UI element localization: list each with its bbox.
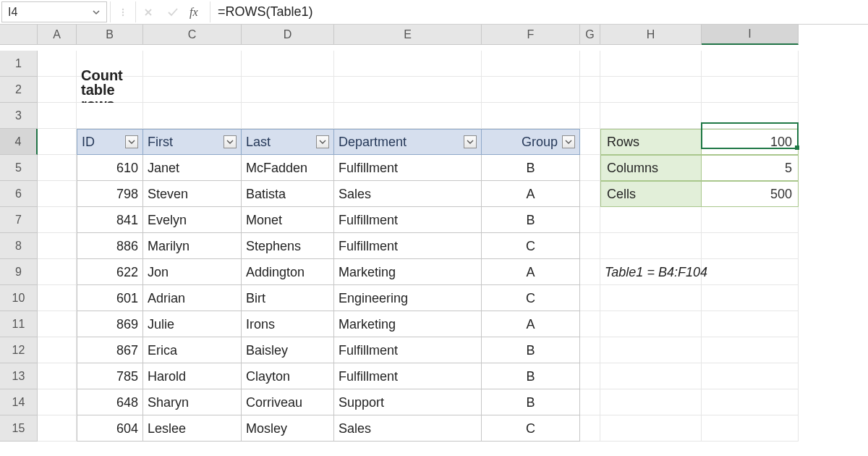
row-header-13[interactable]: 13 bbox=[0, 363, 38, 389]
cell-first[interactable]: Julie bbox=[143, 311, 242, 337]
cell-A9[interactable] bbox=[38, 259, 77, 285]
cell-I14[interactable] bbox=[702, 389, 799, 415]
cell-C1[interactable] bbox=[143, 51, 242, 77]
name-box[interactable]: I4 bbox=[1, 1, 107, 22]
cell-A14[interactable] bbox=[38, 389, 77, 415]
cell-H11[interactable] bbox=[600, 311, 702, 337]
cell-H10[interactable] bbox=[600, 285, 702, 311]
worksheet[interactable]: ABCDEFGHI12Count table rows34IDFirstLast… bbox=[0, 25, 868, 442]
cell-last[interactable]: Monet bbox=[242, 207, 334, 233]
row-header-9[interactable]: 9 bbox=[0, 259, 38, 285]
cell-group[interactable]: B bbox=[482, 207, 580, 233]
cell-A3[interactable] bbox=[38, 103, 77, 129]
cell-department[interactable]: Marketing bbox=[334, 259, 482, 285]
row-header-12[interactable]: 12 bbox=[0, 337, 38, 363]
cell-G10[interactable] bbox=[580, 285, 600, 311]
summary-cells-label[interactable]: Cells bbox=[600, 181, 702, 207]
cell-C2[interactable] bbox=[143, 77, 242, 103]
cell-E1[interactable] bbox=[334, 51, 482, 77]
cell-department[interactable]: Engineering bbox=[334, 285, 482, 311]
cell-G6[interactable] bbox=[580, 181, 600, 207]
cell-group[interactable]: C bbox=[482, 233, 580, 259]
cell-id[interactable]: 869 bbox=[77, 311, 143, 337]
cell-H2[interactable] bbox=[600, 77, 702, 103]
cell-id[interactable]: 601 bbox=[77, 285, 143, 311]
cell-last[interactable]: Irons bbox=[242, 311, 334, 337]
summary-cols-value[interactable]: 5 bbox=[702, 155, 799, 181]
cell-I2[interactable] bbox=[702, 77, 799, 103]
filter-dropdown-icon[interactable] bbox=[125, 135, 138, 148]
table-header-id[interactable]: ID bbox=[77, 129, 143, 155]
table-range-note[interactable]: Table1 = B4:F104 bbox=[600, 259, 702, 285]
cell-group[interactable]: C bbox=[482, 285, 580, 311]
cell-H3[interactable] bbox=[600, 103, 702, 129]
table-header-dept[interactable]: Department bbox=[334, 129, 482, 155]
summary-cells-value[interactable]: 500 bbox=[702, 181, 799, 207]
cell-G9[interactable] bbox=[580, 259, 600, 285]
cell-D3[interactable] bbox=[242, 103, 334, 129]
cell-last[interactable]: Mosley bbox=[242, 415, 334, 442]
column-header-E[interactable]: E bbox=[334, 25, 482, 45]
column-header-H[interactable]: H bbox=[600, 25, 702, 45]
page-title[interactable]: Count table rows bbox=[77, 77, 143, 103]
cell-last[interactable]: Addington bbox=[242, 259, 334, 285]
filter-dropdown-icon[interactable] bbox=[316, 135, 329, 148]
cell-first[interactable]: Harold bbox=[143, 363, 242, 389]
cell-G4[interactable] bbox=[580, 129, 600, 155]
cell-E2[interactable] bbox=[334, 77, 482, 103]
column-header-D[interactable]: D bbox=[242, 25, 334, 45]
fx-icon[interactable]: fx bbox=[185, 0, 210, 24]
cell-group[interactable]: A bbox=[482, 311, 580, 337]
cell-A2[interactable] bbox=[38, 77, 77, 103]
cell-B3[interactable] bbox=[77, 103, 143, 129]
cancel-icon[interactable] bbox=[136, 0, 161, 24]
cell-first[interactable]: Jon bbox=[143, 259, 242, 285]
cell-group[interactable]: B bbox=[482, 337, 580, 363]
row-header-1[interactable]: 1 bbox=[0, 51, 38, 77]
row-header-10[interactable]: 10 bbox=[0, 285, 38, 311]
cell-G12[interactable] bbox=[580, 337, 600, 363]
row-header-3[interactable]: 3 bbox=[0, 103, 38, 129]
cell-H14[interactable] bbox=[600, 389, 702, 415]
cell-last[interactable]: Corriveau bbox=[242, 389, 334, 415]
cell-C3[interactable] bbox=[143, 103, 242, 129]
cell-G7[interactable] bbox=[580, 207, 600, 233]
cell-last[interactable]: Baisley bbox=[242, 337, 334, 363]
row-header-11[interactable]: 11 bbox=[0, 311, 38, 337]
column-header-B[interactable]: B bbox=[77, 25, 143, 45]
cell-id[interactable]: 867 bbox=[77, 337, 143, 363]
cell-last[interactable]: Clayton bbox=[242, 363, 334, 389]
cell-A1[interactable] bbox=[38, 51, 77, 77]
cell-group[interactable]: A bbox=[482, 181, 580, 207]
cell-A11[interactable] bbox=[38, 311, 77, 337]
cell-first[interactable]: Adrian bbox=[143, 285, 242, 311]
cell-first[interactable]: Marilyn bbox=[143, 233, 242, 259]
cell-group[interactable]: B bbox=[482, 389, 580, 415]
enter-icon[interactable] bbox=[161, 0, 185, 24]
cell-department[interactable]: Fulfillment bbox=[334, 363, 482, 389]
cell-group[interactable]: B bbox=[482, 155, 580, 181]
cell-department[interactable]: Marketing bbox=[334, 311, 482, 337]
cell-I12[interactable] bbox=[702, 337, 799, 363]
cell-I13[interactable] bbox=[702, 363, 799, 389]
cell-H1[interactable] bbox=[600, 51, 702, 77]
cell-I8[interactable] bbox=[702, 233, 799, 259]
cell-A15[interactable] bbox=[38, 415, 77, 442]
cell-F1[interactable] bbox=[482, 51, 580, 77]
cell-A8[interactable] bbox=[38, 233, 77, 259]
cell-G11[interactable] bbox=[580, 311, 600, 337]
cell-G8[interactable] bbox=[580, 233, 600, 259]
column-header-I[interactable]: I bbox=[702, 25, 799, 45]
cell-G13[interactable] bbox=[580, 363, 600, 389]
cell-F3[interactable] bbox=[482, 103, 580, 129]
summary-rows-value[interactable]: 100 bbox=[702, 129, 799, 155]
cell-id[interactable]: 886 bbox=[77, 233, 143, 259]
cell-I7[interactable] bbox=[702, 207, 799, 233]
cell-group[interactable]: A bbox=[482, 259, 580, 285]
cell-A5[interactable] bbox=[38, 155, 77, 181]
cell-D1[interactable] bbox=[242, 51, 334, 77]
cell-E3[interactable] bbox=[334, 103, 482, 129]
cell-H12[interactable] bbox=[600, 337, 702, 363]
row-header-8[interactable]: 8 bbox=[0, 233, 38, 259]
column-header-A[interactable]: A bbox=[38, 25, 77, 45]
